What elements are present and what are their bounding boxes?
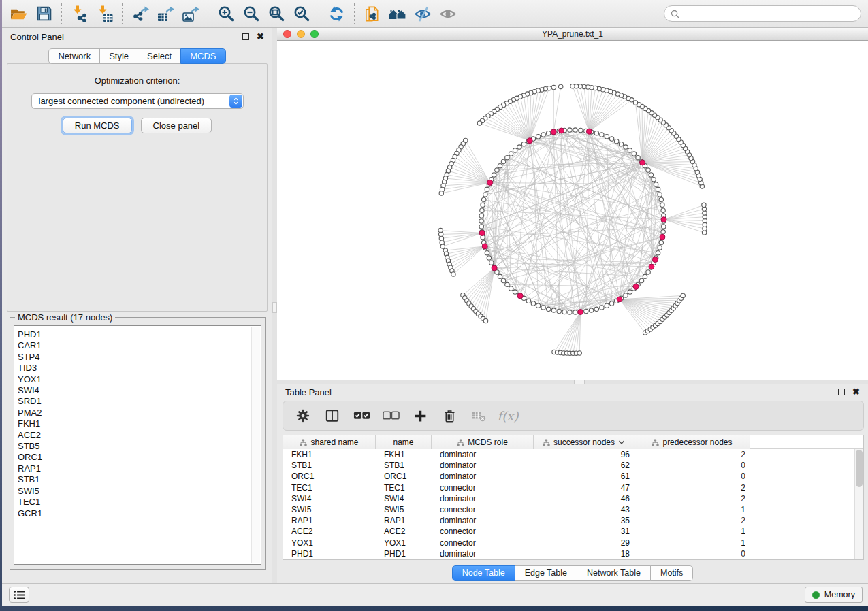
table-scrollbar[interactable]	[854, 449, 863, 559]
table-row[interactable]: FKH1FKH1dominator962	[283, 449, 854, 460]
mcds-result-item[interactable]: STB1	[18, 474, 261, 485]
export-table-icon[interactable]	[152, 2, 178, 25]
zoom-fit-icon[interactable]	[263, 2, 289, 25]
table-row[interactable]: STB1STB1dominator620	[283, 460, 854, 471]
table-row[interactable]: SWI5SWI5connector431	[283, 504, 854, 515]
import-network-icon[interactable]	[67, 2, 92, 25]
float-panel-icon[interactable]	[242, 33, 249, 40]
horizontal-split-divider[interactable]	[277, 380, 868, 384]
mcds-result-item[interactable]: ORC1	[18, 452, 261, 463]
float-panel-icon[interactable]	[838, 389, 845, 395]
search-input[interactable]	[684, 9, 854, 19]
show-home-icon[interactable]	[385, 2, 410, 25]
tab-edge-table[interactable]: Edge Table	[515, 565, 577, 581]
mcds-result-item[interactable]: PMA2	[18, 408, 261, 418]
import-table-icon[interactable]	[92, 2, 117, 25]
show-view-icon	[435, 2, 460, 25]
column-header-name[interactable]: name	[376, 435, 432, 449]
mcds-result-item[interactable]: ACE2	[18, 430, 261, 441]
select-all-icon[interactable]	[353, 407, 370, 425]
tab-select[interactable]: Select	[138, 48, 181, 64]
tab-network-table[interactable]: Network Table	[577, 565, 651, 581]
export-image-icon[interactable]	[178, 2, 203, 25]
tab-motifs[interactable]: Motifs	[650, 565, 693, 581]
mcds-result-item[interactable]: STB5	[18, 441, 261, 452]
settings-icon[interactable]	[294, 407, 312, 425]
task-history-button[interactable]	[9, 587, 29, 603]
refresh-view-icon[interactable]	[324, 2, 349, 25]
table-row[interactable]: ACE2ACE2connector311	[283, 526, 854, 537]
delete-table-icon	[470, 407, 487, 425]
search-box[interactable]	[664, 5, 861, 22]
tab-network[interactable]: Network	[48, 48, 100, 64]
zoom-in-icon[interactable]	[213, 2, 238, 25]
column-header-shared-name[interactable]: shared name	[283, 435, 376, 449]
table-tabs: Node TableEdge TableNetwork TableMotifs	[277, 565, 868, 581]
zoom-out-icon[interactable]	[238, 2, 263, 25]
table-cell: SWI5	[376, 504, 432, 515]
tab-node-table[interactable]: Node Table	[452, 565, 515, 581]
mcds-pane: Optimization criterion: largest connecte…	[7, 63, 268, 312]
table-cell: FKH1	[376, 449, 432, 460]
table-toolbar: f(x)	[283, 401, 864, 431]
mcds-result-item[interactable]: PHD1	[18, 329, 261, 340]
mcds-result-item[interactable]: SWI5	[18, 486, 261, 497]
mcds-result-item[interactable]: STP4	[18, 352, 261, 363]
mcds-result-item[interactable]: YOX1	[18, 374, 261, 385]
close-panel-icon[interactable]: ✖	[257, 33, 264, 40]
mcds-result-item[interactable]: SWI4	[18, 385, 261, 396]
clone-network-icon[interactable]	[359, 2, 385, 25]
column-header-mcds-role[interactable]: MCDS role	[432, 435, 534, 449]
divider-grip-icon[interactable]	[272, 302, 277, 313]
mcds-result-item[interactable]: SRD1	[18, 396, 261, 407]
deselect-all-icon[interactable]	[382, 407, 400, 425]
memory-button[interactable]: Memory	[805, 587, 863, 603]
table-row[interactable]: ORC1ORC1dominator610	[283, 471, 854, 482]
function-icon: f(x)	[499, 407, 517, 425]
control-panel-tabs: NetworkStyleSelectMCDS	[2, 48, 272, 64]
table-row[interactable]: YOX1YOX1connector291	[283, 538, 854, 548]
table-cell: 0	[634, 548, 750, 559]
column-header-predecessor-nodes[interactable]: predecessor nodes	[634, 435, 750, 449]
table-cell: ORC1	[283, 471, 376, 482]
table-cell: connector	[432, 504, 534, 515]
table-row[interactable]: SWI4SWI4dominator462	[283, 493, 854, 504]
tab-style[interactable]: Style	[99, 48, 138, 64]
mcds-result-list[interactable]: PHD1CAR1STP4TID3YOX1SWI4SRD1PMA2FKH1ACE2…	[14, 325, 261, 565]
column-header-successor-nodes[interactable]: successor nodes	[534, 435, 634, 449]
result-scrollbar[interactable]	[251, 327, 260, 563]
table-cell: connector	[432, 482, 534, 493]
table-cell: ACE2	[376, 526, 432, 537]
table-row[interactable]: RAP1RAP1dominator352	[283, 515, 854, 526]
vertical-split-divider[interactable]	[272, 28, 277, 583]
mcds-result-item[interactable]: GCR1	[18, 508, 261, 519]
mcds-result-item[interactable]: TID3	[18, 363, 261, 374]
close-panel-button[interactable]: Close panel	[141, 118, 212, 133]
table-cell: TEC1	[376, 482, 432, 493]
delete-row-icon[interactable]	[440, 407, 458, 425]
table-row[interactable]: TEC1TEC1connector472	[283, 482, 854, 493]
criterion-select[interactable]: largest connected component (undirected)	[31, 93, 244, 109]
divider-grip-icon[interactable]	[574, 380, 585, 384]
table-cell: YOX1	[283, 538, 376, 548]
tab-mcds[interactable]: MCDS	[180, 48, 225, 64]
mcds-result-item[interactable]: CAR1	[18, 340, 261, 351]
control-panel-titlebar: Control Panel ✖	[2, 28, 272, 46]
export-network-icon[interactable]	[127, 2, 152, 25]
mcds-result-box: MCDS result (17 nodes) PHD1CAR1STP4TID3Y…	[10, 317, 266, 570]
zoom-selected-icon[interactable]	[289, 2, 314, 25]
open-folder-icon[interactable]	[6, 2, 31, 25]
mcds-result-item[interactable]: TEC1	[18, 497, 261, 508]
close-panel-icon[interactable]: ✖	[852, 389, 860, 395]
table-row[interactable]: PHD1PHD1dominator180	[283, 548, 854, 559]
mcds-result-item[interactable]: FKH1	[18, 418, 261, 429]
table-body: FKH1FKH1dominator962STB1STB1dominator620…	[283, 449, 854, 559]
scrollbar-thumb[interactable]	[856, 450, 863, 487]
run-mcds-button[interactable]: Run MCDS	[63, 118, 132, 133]
add-row-icon[interactable]	[411, 407, 429, 425]
save-session-icon[interactable]	[31, 2, 57, 25]
columns-icon[interactable]	[323, 407, 341, 425]
mcds-result-item[interactable]: RAP1	[18, 463, 261, 474]
hide-view-icon[interactable]	[410, 2, 435, 25]
network-canvas[interactable]	[277, 41, 868, 380]
